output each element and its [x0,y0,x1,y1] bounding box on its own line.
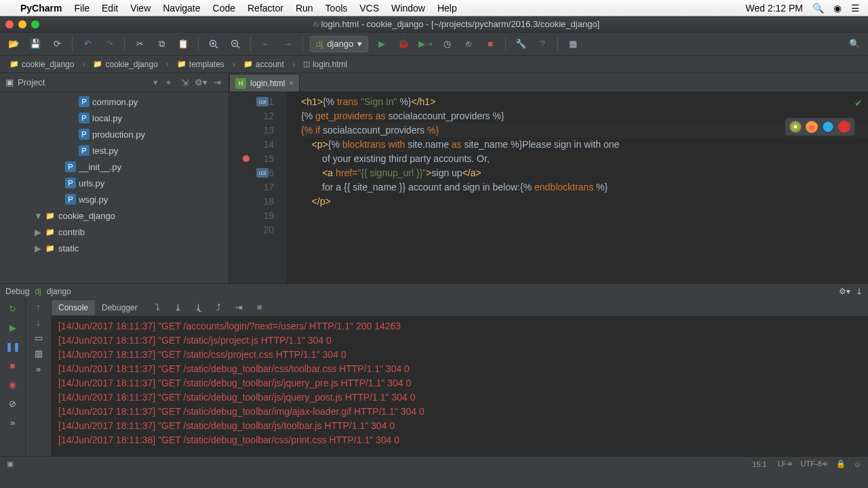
back-icon[interactable]: ← [258,36,274,52]
project-header[interactable]: ▣ Project ▾ ⌖ ⇲ ⚙▾ ⇥ [0,73,229,92]
tree-item[interactable]: ▶📁 static [0,240,229,256]
view-breakpoints-icon[interactable]: ◉ [6,378,20,391]
breadcrumb-item[interactable]: 📁cookie_django [89,58,161,70]
readonly-icon[interactable]: 🔒 [836,460,846,468]
profile-icon[interactable]: ◷ [439,36,455,52]
open-icon[interactable]: 📂 [5,36,22,52]
breakpoint-icon[interactable] [243,155,250,162]
menu-refactor[interactable]: Refactor [248,3,283,14]
hide-icon[interactable]: ⇥ [211,77,223,87]
editor-tab[interactable]: H login.html × [229,74,300,92]
tree-item[interactable]: P local.py [0,110,229,126]
paste-icon[interactable]: 📋 [175,36,191,52]
step-out-icon[interactable]: ⤴ [211,300,227,316]
debug-icon[interactable]: 🐞 [395,36,412,52]
forward-icon[interactable]: → [279,36,296,52]
sync-icon[interactable]: ⟳ [49,36,65,52]
tree-item[interactable]: P test.py [0,142,229,159]
down-stack-icon[interactable]: ↓ [36,317,41,327]
code-editor[interactable]: 11i181213141516i1817181920 <h1>{% trans … [229,92,868,283]
up-stack-icon[interactable]: ↑ [36,302,41,312]
menu-code[interactable]: Code [213,3,235,14]
step-over-icon[interactable]: ⤵ [150,300,166,316]
settings-icon[interactable]: 🔧 [513,36,529,52]
zoom-window-button[interactable] [31,20,39,28]
help-icon[interactable]: ? [534,36,551,52]
locate-icon[interactable]: ⌖ [162,77,174,88]
undo-icon[interactable]: ↶ [79,36,96,52]
more-icon[interactable]: » [6,415,20,429]
inspection-ok-icon[interactable]: ✔ [854,96,863,110]
app-name[interactable]: PyCharm [20,3,62,14]
debug-hide-icon[interactable]: ⤓ [856,287,863,296]
pause-icon[interactable]: ❚❚ [6,340,20,353]
menu-file[interactable]: File [74,3,90,14]
run-icon[interactable]: ▶ [374,36,390,52]
spotlight-icon[interactable]: 🔍 [812,3,824,14]
i18n-icon[interactable]: i18 [256,168,269,178]
zoom-in-icon[interactable] [205,36,222,52]
caret-position[interactable]: 15:1 [752,460,766,468]
siri-icon[interactable]: ◉ [833,3,842,14]
debug-gear-icon[interactable]: ⚙▾ [839,287,850,296]
console-output[interactable]: [14/Jun/2017 18:11:37] "GET /accounts/lo… [52,317,868,456]
mute-breakpoints-icon[interactable]: ⊘ [6,396,20,410]
tree-item[interactable]: ▶📁 contrib [0,224,229,240]
rerun-icon[interactable]: ↻ [6,302,20,315]
breadcrumb-item[interactable]: ◫login.html [299,58,351,70]
close-window-button[interactable] [5,20,14,28]
run-config-selector[interactable]: djdjango▾ [310,36,368,52]
gear-icon[interactable]: ⚙▾ [195,77,207,87]
menu-navigate[interactable]: Navigate [163,3,200,14]
console-tab[interactable]: Console [52,300,95,315]
resume-icon[interactable]: ▶ [6,321,20,334]
menu-tools[interactable]: Tools [326,3,348,14]
force-step-into-icon[interactable]: ⤓̱ [191,300,207,316]
safari-icon[interactable] [822,121,834,133]
threads-icon[interactable]: ▥ [35,348,43,359]
run-to-cursor-icon[interactable]: ⇥ [231,300,248,316]
frames-icon[interactable]: ▭ [35,333,43,343]
menu-vcs[interactable]: VCS [359,3,379,14]
tree-item[interactable]: ▼📁 cookie_django [0,207,229,224]
zoom-out-icon[interactable] [227,36,243,52]
search-everywhere-icon[interactable]: 🔍 [846,36,863,52]
stop-icon[interactable]: ■ [482,36,498,52]
tree-item[interactable]: P __init__.py [0,159,229,175]
stop-debug-icon[interactable]: ■ [6,359,20,372]
save-icon[interactable]: 💾 [27,36,43,52]
evaluate-icon[interactable]: ≡ [252,300,268,316]
copy-icon[interactable]: ⧉ [153,36,170,52]
attach-icon[interactable]: ⎋ [460,36,477,52]
more2-icon[interactable]: » [36,364,41,374]
tree-item[interactable]: P common.py [0,94,229,110]
menu-run[interactable]: Run [296,3,313,14]
cut-icon[interactable]: ✂ [132,36,148,52]
debug-label[interactable]: Debug [5,287,29,296]
menu-window[interactable]: Window [391,3,425,14]
i18n-icon[interactable]: i18 [256,97,269,106]
menu-view[interactable]: View [130,3,151,14]
close-tab-icon[interactable]: × [289,79,294,88]
notifications-icon[interactable]: ☰ [851,3,860,14]
debugger-tab[interactable]: Debugger [95,300,144,315]
redo-icon[interactable]: ↷ [101,36,117,52]
breadcrumb-item[interactable]: 📁templates [173,58,229,70]
toolwindows-icon[interactable]: ▣ [7,460,14,468]
encoding[interactable]: UTF-8≑ [801,460,828,468]
chrome-icon[interactable] [789,121,802,133]
debug-config[interactable]: django [47,287,71,296]
hector-icon[interactable]: ☺ [854,460,861,468]
tree-item[interactable]: P wsgi.py [0,191,229,207]
menu-edit[interactable]: Edit [102,3,118,14]
step-into-icon[interactable]: ⤓ [170,300,186,316]
firefox-icon[interactable] [806,121,818,133]
tree-item[interactable]: P urls.py [0,175,229,191]
minimize-window-button[interactable] [18,20,26,28]
breadcrumb-item[interactable]: 📁account [239,58,288,70]
breadcrumb-item[interactable]: 📁cookie_django [5,58,78,70]
line-ending[interactable]: LF≑ [778,460,793,468]
tree-item[interactable]: P production.py [0,126,229,142]
structure-icon[interactable]: ▦ [565,36,581,52]
menu-help[interactable]: Help [437,3,457,14]
